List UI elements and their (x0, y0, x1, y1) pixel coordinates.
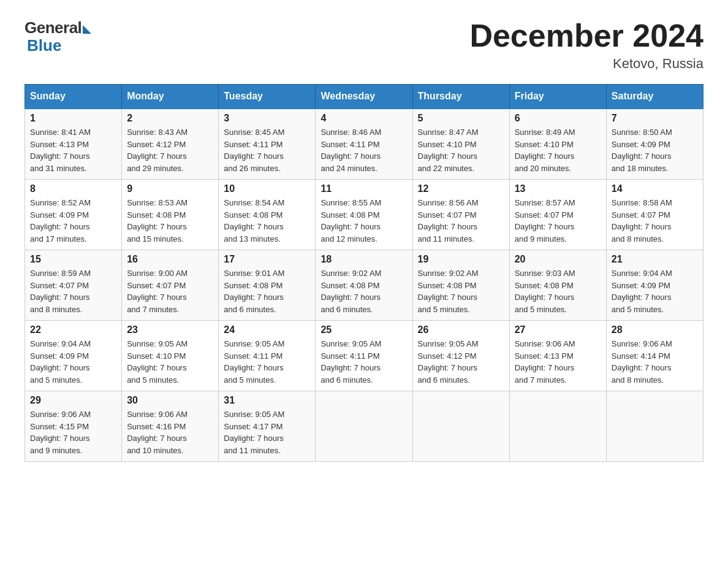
logo: General Blue (25, 18, 91, 55)
calendar-cell: 22Sunrise: 9:04 AM Sunset: 4:09 PM Dayli… (25, 321, 122, 391)
day-info: Sunrise: 8:59 AM Sunset: 4:07 PM Dayligh… (30, 267, 116, 315)
calendar-cell: 1Sunrise: 8:41 AM Sunset: 4:13 PM Daylig… (25, 109, 122, 180)
day-info: Sunrise: 8:47 AM Sunset: 4:10 PM Dayligh… (418, 126, 504, 174)
column-header-tuesday: Tuesday (219, 85, 316, 109)
calendar-header-row: SundayMondayTuesdayWednesdayThursdayFrid… (25, 85, 703, 109)
calendar-cell (316, 391, 412, 462)
column-header-saturday: Saturday (606, 85, 703, 109)
day-info: Sunrise: 9:05 AM Sunset: 4:10 PM Dayligh… (127, 338, 213, 386)
day-info: Sunrise: 9:05 AM Sunset: 4:11 PM Dayligh… (224, 338, 310, 386)
day-info: Sunrise: 9:03 AM Sunset: 4:08 PM Dayligh… (515, 267, 601, 315)
day-info: Sunrise: 8:53 AM Sunset: 4:08 PM Dayligh… (127, 197, 213, 245)
calendar-week-row: 22Sunrise: 9:04 AM Sunset: 4:09 PM Dayli… (25, 321, 703, 391)
day-info: Sunrise: 9:02 AM Sunset: 4:08 PM Dayligh… (418, 267, 504, 315)
day-info: Sunrise: 8:49 AM Sunset: 4:10 PM Dayligh… (515, 126, 601, 174)
day-info: Sunrise: 8:41 AM Sunset: 4:13 PM Dayligh… (30, 126, 116, 174)
day-number: 26 (418, 324, 504, 335)
calendar-week-row: 15Sunrise: 8:59 AM Sunset: 4:07 PM Dayli… (25, 250, 703, 321)
calendar-title: December 2024 (469, 18, 703, 53)
calendar-cell: 27Sunrise: 9:06 AM Sunset: 4:13 PM Dayli… (509, 321, 606, 391)
day-number: 24 (224, 324, 310, 335)
day-number: 25 (320, 324, 407, 335)
logo-general-text: General (25, 18, 82, 37)
calendar-cell: 18Sunrise: 9:02 AM Sunset: 4:08 PM Dayli… (316, 250, 412, 321)
day-info: Sunrise: 9:06 AM Sunset: 4:13 PM Dayligh… (515, 338, 601, 386)
day-number: 13 (515, 183, 601, 194)
day-info: Sunrise: 9:04 AM Sunset: 4:09 PM Dayligh… (30, 338, 116, 386)
day-info: Sunrise: 8:45 AM Sunset: 4:11 PM Dayligh… (224, 126, 310, 174)
title-block: December 2024 Ketovo, Russia (469, 18, 703, 72)
day-number: 10 (224, 183, 310, 194)
calendar-cell: 28Sunrise: 9:06 AM Sunset: 4:14 PM Dayli… (606, 321, 703, 391)
day-info: Sunrise: 8:46 AM Sunset: 4:11 PM Dayligh… (320, 126, 407, 174)
calendar-cell: 4Sunrise: 8:46 AM Sunset: 4:11 PM Daylig… (316, 109, 412, 180)
day-info: Sunrise: 9:05 AM Sunset: 4:11 PM Dayligh… (320, 338, 407, 386)
day-number: 27 (515, 324, 601, 335)
day-info: Sunrise: 9:04 AM Sunset: 4:09 PM Dayligh… (612, 267, 698, 315)
calendar-cell: 20Sunrise: 9:03 AM Sunset: 4:08 PM Dayli… (509, 250, 606, 321)
day-number: 3 (224, 113, 310, 124)
day-number: 18 (320, 254, 407, 265)
day-info: Sunrise: 8:55 AM Sunset: 4:08 PM Dayligh… (320, 197, 407, 245)
logo-triangle-icon (83, 25, 91, 34)
calendar-cell: 26Sunrise: 9:05 AM Sunset: 4:12 PM Dayli… (412, 321, 509, 391)
calendar-cell (509, 391, 606, 462)
day-info: Sunrise: 8:50 AM Sunset: 4:09 PM Dayligh… (612, 126, 698, 174)
logo-blue-text: Blue (25, 36, 61, 55)
day-info: Sunrise: 9:01 AM Sunset: 4:08 PM Dayligh… (224, 267, 310, 315)
day-number: 11 (320, 183, 407, 194)
calendar-cell: 15Sunrise: 8:59 AM Sunset: 4:07 PM Dayli… (25, 250, 122, 321)
calendar-cell (606, 391, 703, 462)
day-number: 20 (515, 254, 601, 265)
day-number: 30 (127, 395, 213, 406)
calendar-cell: 10Sunrise: 8:54 AM Sunset: 4:08 PM Dayli… (219, 180, 316, 250)
day-number: 4 (320, 113, 407, 124)
calendar-week-row: 1Sunrise: 8:41 AM Sunset: 4:13 PM Daylig… (25, 109, 703, 180)
day-number: 22 (30, 324, 116, 335)
day-number: 19 (418, 254, 504, 265)
day-info: Sunrise: 8:43 AM Sunset: 4:12 PM Dayligh… (127, 126, 213, 174)
day-number: 16 (127, 254, 213, 265)
day-info: Sunrise: 9:02 AM Sunset: 4:08 PM Dayligh… (320, 267, 407, 315)
day-number: 6 (515, 113, 601, 124)
day-number: 17 (224, 254, 310, 265)
column-header-sunday: Sunday (25, 85, 122, 109)
calendar-cell: 5Sunrise: 8:47 AM Sunset: 4:10 PM Daylig… (412, 109, 509, 180)
calendar-cell: 21Sunrise: 9:04 AM Sunset: 4:09 PM Dayli… (606, 250, 703, 321)
column-header-thursday: Thursday (412, 85, 509, 109)
day-number: 29 (30, 395, 116, 406)
day-number: 9 (127, 183, 213, 194)
day-number: 15 (30, 254, 116, 265)
calendar-cell: 8Sunrise: 8:52 AM Sunset: 4:09 PM Daylig… (25, 180, 122, 250)
day-info: Sunrise: 9:06 AM Sunset: 4:14 PM Dayligh… (612, 338, 698, 386)
day-number: 1 (30, 113, 116, 124)
day-number: 21 (612, 254, 698, 265)
calendar-cell: 30Sunrise: 9:06 AM Sunset: 4:16 PM Dayli… (122, 391, 219, 462)
day-number: 5 (418, 113, 504, 124)
day-number: 31 (224, 395, 310, 406)
calendar-cell: 24Sunrise: 9:05 AM Sunset: 4:11 PM Dayli… (219, 321, 316, 391)
calendar-week-row: 8Sunrise: 8:52 AM Sunset: 4:09 PM Daylig… (25, 180, 703, 250)
calendar-cell: 2Sunrise: 8:43 AM Sunset: 4:12 PM Daylig… (122, 109, 219, 180)
day-number: 2 (127, 113, 213, 124)
calendar-cell: 11Sunrise: 8:55 AM Sunset: 4:08 PM Dayli… (316, 180, 412, 250)
calendar-cell: 31Sunrise: 9:05 AM Sunset: 4:17 PM Dayli… (219, 391, 316, 462)
calendar-cell (412, 391, 509, 462)
calendar-cell: 23Sunrise: 9:05 AM Sunset: 4:10 PM Dayli… (122, 321, 219, 391)
calendar-cell: 9Sunrise: 8:53 AM Sunset: 4:08 PM Daylig… (122, 180, 219, 250)
column-header-monday: Monday (122, 85, 219, 109)
day-info: Sunrise: 9:00 AM Sunset: 4:07 PM Dayligh… (127, 267, 213, 315)
day-info: Sunrise: 8:52 AM Sunset: 4:09 PM Dayligh… (30, 197, 116, 245)
calendar-cell: 29Sunrise: 9:06 AM Sunset: 4:15 PM Dayli… (25, 391, 122, 462)
day-info: Sunrise: 9:06 AM Sunset: 4:16 PM Dayligh… (127, 408, 213, 456)
day-info: Sunrise: 9:05 AM Sunset: 4:12 PM Dayligh… (418, 338, 504, 386)
calendar-table: SundayMondayTuesdayWednesdayThursdayFrid… (25, 84, 703, 462)
day-number: 8 (30, 183, 116, 194)
day-info: Sunrise: 8:56 AM Sunset: 4:07 PM Dayligh… (418, 197, 504, 245)
calendar-cell: 25Sunrise: 9:05 AM Sunset: 4:11 PM Dayli… (316, 321, 412, 391)
calendar-cell: 16Sunrise: 9:00 AM Sunset: 4:07 PM Dayli… (122, 250, 219, 321)
calendar-cell: 13Sunrise: 8:57 AM Sunset: 4:07 PM Dayli… (509, 180, 606, 250)
day-number: 23 (127, 324, 213, 335)
day-info: Sunrise: 9:05 AM Sunset: 4:17 PM Dayligh… (224, 408, 310, 456)
calendar-location: Ketovo, Russia (469, 56, 703, 72)
